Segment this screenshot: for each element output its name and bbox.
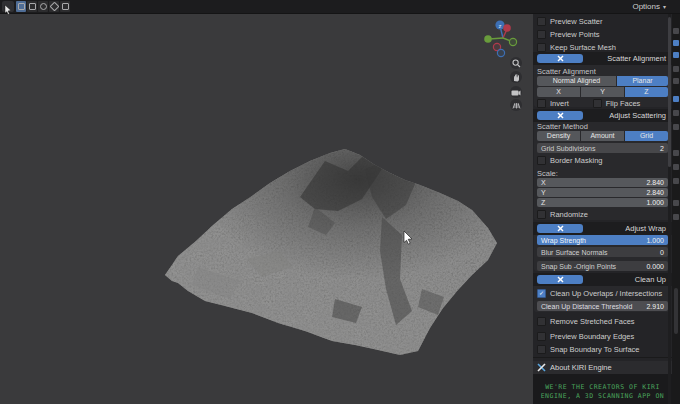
density-button[interactable]: Density <box>537 131 580 141</box>
clean-up-overlaps-checkbox[interactable]: ✓ <box>537 289 546 298</box>
keep-surface-mesh-checkbox[interactable] <box>537 43 546 52</box>
grid-icon <box>512 101 521 110</box>
options-label: Options <box>632 2 660 11</box>
about-kiri-engine-header[interactable]: About KIRI Engine <box>533 361 672 374</box>
randomize-checkbox[interactable] <box>537 210 546 219</box>
planar-button[interactable]: Planar <box>617 76 668 86</box>
gizmo-axis-z-negative[interactable] <box>497 49 504 56</box>
panel-separator <box>533 357 672 358</box>
sidebar-vertical-tab[interactable] <box>674 288 678 334</box>
adjust-scattering-apply-button[interactable] <box>537 111 583 120</box>
scatter-alignment-header[interactable]: Scatter Alignment <box>533 52 672 65</box>
about-title: About KIRI Engine <box>550 363 612 372</box>
wrap-strength-label: Wrap Strength <box>541 237 586 244</box>
extra-select-icon <box>62 3 69 10</box>
scale-label: Scale: <box>537 169 558 178</box>
adjust-wrap-apply-button[interactable] <box>537 224 583 233</box>
clean-up-distance-value: 2.910 <box>646 303 664 310</box>
scale-y-field[interactable]: Y 2.840 <box>537 188 668 197</box>
scale-z-value: 1.000 <box>646 199 664 206</box>
sidebar-tab-icon[interactable] <box>673 110 679 116</box>
kiri-button-icon <box>557 276 564 283</box>
terrain-mesh[interactable] <box>150 139 510 363</box>
scatter-alignment-apply-button[interactable] <box>537 54 583 63</box>
panel-scrollbar-thumb[interactable] <box>668 17 671 167</box>
gizmo-axis-x-positive[interactable] <box>503 24 511 32</box>
sidebar-tab-icon[interactable] <box>673 40 679 46</box>
camera-view-button[interactable] <box>510 86 522 98</box>
sidebar-tab-icon[interactable] <box>673 66 679 72</box>
snap-sub-origin-label: Snap Sub -Origin Points <box>541 263 616 270</box>
adjust-wrap-header-label: Adjust Wrap <box>625 224 666 233</box>
sidebar-tab-icon[interactable] <box>673 28 679 34</box>
flip-faces-label: Flip Faces <box>606 99 641 108</box>
normal-aligned-button[interactable]: Normal Aligned <box>537 76 616 86</box>
invert-label: Invert <box>550 99 569 108</box>
blur-surface-normals-value: 0 <box>660 249 664 256</box>
wrap-strength-slider[interactable]: Wrap Strength 1.000 <box>537 235 668 245</box>
sidebar-tab-icon[interactable] <box>673 178 679 184</box>
blur-surface-normals-label: Blur Surface Normals <box>541 249 608 256</box>
scale-z-field[interactable]: Z 1.000 <box>537 198 668 207</box>
blur-surface-normals-field[interactable]: Blur Surface Normals 0 <box>537 247 668 257</box>
tweak-icon <box>18 3 25 10</box>
gizmo-axis-y-negative[interactable] <box>509 38 516 45</box>
sidebar-tab-icon[interactable] <box>673 164 679 170</box>
cursor-arrow-icon <box>2 4 14 15</box>
kiri-button-icon <box>557 112 564 119</box>
scale-y-value: 2.840 <box>646 189 664 196</box>
scatter-method-label: Scatter Method <box>537 122 588 131</box>
border-masking-checkbox[interactable] <box>537 156 546 165</box>
sidebar-tab-icon[interactable] <box>673 124 679 130</box>
navigation-gizmo[interactable]: z <box>480 16 528 64</box>
clean-up-distance-field[interactable]: Clean Up Distance Threshold 2.910 <box>537 301 668 311</box>
sidebar-tab-icon[interactable] <box>673 200 679 206</box>
kiri-button-icon <box>557 225 564 232</box>
scale-x-value: 2.840 <box>646 179 664 186</box>
select-mode-tweak-button[interactable] <box>16 1 26 12</box>
about-message-line1: WE'RE THE CREATORS OF KIRI <box>533 383 672 392</box>
properties-tab-strip <box>672 0 680 404</box>
grid-button[interactable]: Grid <box>625 131 668 141</box>
zoom-button[interactable] <box>510 57 522 69</box>
remove-stretched-faces-checkbox[interactable] <box>537 317 546 326</box>
sidebar-tab-icon[interactable] <box>673 150 679 156</box>
snap-boundary-to-surface-checkbox[interactable] <box>537 345 546 354</box>
gizmo-axis-y-positive[interactable] <box>484 35 492 43</box>
select-mode-button-group <box>16 1 70 12</box>
axis-z-button[interactable]: Z <box>625 87 668 97</box>
scale-y-label: Y <box>541 189 546 196</box>
amount-button[interactable]: Amount <box>581 131 624 141</box>
clean-up-apply-button[interactable] <box>537 275 583 284</box>
flip-faces-checkbox[interactable] <box>593 99 602 108</box>
clean-up-header[interactable]: Clean Up <box>533 273 672 286</box>
preview-scatter-checkbox[interactable] <box>537 17 546 26</box>
axis-x-button[interactable]: X <box>537 87 580 97</box>
select-mode-extra-button[interactable] <box>60 1 70 12</box>
cursor-tool-button[interactable] <box>2 1 14 12</box>
keep-surface-mesh-label: Keep Surface Mesh <box>550 43 616 52</box>
border-masking-row: Border Masking <box>537 155 668 166</box>
pan-button[interactable] <box>510 71 522 83</box>
panel-scrollbar[interactable] <box>668 13 671 404</box>
preview-boundary-edges-row: Preview Boundary Edges <box>537 331 668 342</box>
grid-subdivisions-field[interactable]: Grid Subdivisions 2 <box>537 143 668 153</box>
box-select-icon <box>29 3 36 10</box>
preview-points-checkbox[interactable] <box>537 30 546 39</box>
axis-y-button[interactable]: Y <box>581 87 624 97</box>
preview-boundary-edges-checkbox[interactable] <box>537 332 546 341</box>
invert-checkbox[interactable] <box>537 99 546 108</box>
scale-x-field[interactable]: X 2.840 <box>537 178 668 187</box>
select-mode-circle-button[interactable] <box>38 1 48 12</box>
sidebar-tab-icon[interactable] <box>673 52 679 58</box>
select-mode-box-button[interactable] <box>27 1 37 12</box>
sidebar-tab-icon[interactable] <box>673 96 679 102</box>
perspective-toggle-button[interactable] <box>510 99 522 111</box>
options-dropdown[interactable]: Options ▾ <box>632 0 666 13</box>
select-mode-lasso-button[interactable] <box>49 1 59 12</box>
sidebar-tab-icon[interactable] <box>673 78 679 84</box>
kiri-button-icon <box>557 55 564 62</box>
adjust-wrap-header[interactable]: Adjust Wrap <box>533 222 672 235</box>
sidebar-tab-icon[interactable] <box>673 214 679 220</box>
snap-sub-origin-field[interactable]: Snap Sub -Origin Points 0.000 <box>537 261 668 271</box>
